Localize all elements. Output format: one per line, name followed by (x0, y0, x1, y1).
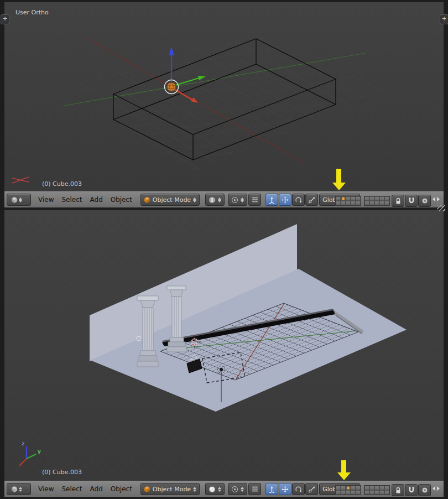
manipulator-translate[interactable] (279, 483, 291, 495)
layer-cell[interactable] (341, 196, 346, 201)
mode-dropdown[interactable]: Object Mode (140, 194, 200, 206)
collapse-menus-icon[interactable] (432, 484, 440, 495)
layer-cell[interactable] (356, 490, 361, 495)
snap-button[interactable] (405, 195, 418, 207)
layer-cell[interactable] (356, 196, 361, 201)
render-opengl-button[interactable] (418, 484, 431, 496)
layer-cell[interactable] (336, 196, 341, 201)
editor-type-button[interactable] (7, 483, 31, 495)
layer-cell[interactable] (384, 196, 389, 201)
expand-region-button[interactable]: + (1, 14, 9, 24)
menu-view[interactable]: View (34, 192, 58, 207)
expand-region-button[interactable]: + (440, 14, 448, 24)
manipulator-toggle[interactable] (265, 483, 278, 495)
chevron-updown-icon (193, 487, 196, 492)
axis-gizmo (19, 446, 36, 466)
layer-buttons[interactable] (335, 485, 390, 495)
layer-cell[interactable] (346, 196, 351, 201)
layer-cell[interactable] (364, 196, 369, 201)
layer-cell[interactable] (364, 486, 369, 490)
pivot-dropdown[interactable] (228, 483, 247, 495)
render-opengl-button[interactable] (418, 195, 431, 207)
shading-dropdown[interactable] (205, 483, 225, 495)
render-camera-icon (421, 486, 429, 494)
layer-cell[interactable] (346, 486, 351, 490)
layer-cell[interactable] (369, 486, 374, 490)
chevron-updown-icon (241, 197, 244, 202)
collapse-menus-icon[interactable] (432, 195, 440, 205)
layer-cell[interactable] (374, 490, 379, 495)
manipulator-rotate[interactable] (292, 483, 305, 495)
menu-add[interactable]: Add (86, 192, 107, 207)
viewport-3d-top[interactable]: User Ortho (0) Cube.003 (4, 2, 444, 191)
layer-cell[interactable] (336, 201, 341, 205)
editor-type-button[interactable] (7, 194, 31, 206)
manipulate-centers-toggle[interactable] (248, 194, 261, 206)
layer-cell[interactable] (351, 490, 356, 495)
menu-object[interactable]: Object (107, 192, 136, 207)
layer-cell[interactable] (356, 486, 361, 490)
layer-cell[interactable] (379, 490, 384, 495)
chevron-updown-icon (193, 197, 196, 202)
editor-3dview-icon (10, 485, 18, 493)
render-camera-icon (421, 197, 429, 205)
layer-cell[interactable] (336, 486, 341, 490)
manipulator-scale[interactable] (305, 483, 318, 495)
menu-select[interactable]: Select (58, 481, 86, 497)
layer-cell[interactable] (379, 196, 384, 201)
manipulator-toggle[interactable] (265, 194, 278, 206)
layer-cell[interactable] (356, 201, 361, 205)
snap-button[interactable] (405, 484, 418, 496)
manipulate-centers-toggle[interactable] (248, 483, 261, 495)
viewport-3d-bottom[interactable]: z y (0) Cube.003 (4, 210, 444, 481)
layer-cell[interactable] (341, 490, 346, 495)
layer-cell[interactable] (384, 486, 389, 490)
axis-z-label: z (22, 441, 24, 446)
manipulator-translate[interactable] (279, 194, 291, 206)
chevron-updown-icon (19, 197, 22, 202)
menu-add[interactable]: Add (86, 481, 107, 497)
layer-cell[interactable] (346, 201, 351, 205)
magnet-icon (408, 486, 415, 494)
layer-cell[interactable] (374, 196, 379, 201)
layer-cell[interactable] (336, 490, 341, 495)
lock-button[interactable] (392, 195, 404, 207)
layer-cell[interactable] (341, 486, 346, 490)
scene-top (4, 2, 444, 191)
manipulator-rotate[interactable] (292, 194, 305, 206)
shading-sphere-icon (209, 486, 216, 493)
layer-cell[interactable] (369, 490, 374, 495)
layer-cell[interactable] (379, 486, 384, 490)
menu-select[interactable]: Select (58, 192, 86, 207)
layer-cell[interactable] (369, 196, 374, 201)
layer-cell[interactable] (374, 486, 379, 490)
rotate-icon (295, 486, 302, 493)
lock-icon (394, 197, 402, 205)
layer-cell[interactable] (374, 201, 379, 205)
menu-object[interactable]: Object (107, 481, 136, 497)
object-info-label: (0) Cube.003 (42, 469, 82, 476)
layer-cell[interactable] (346, 490, 351, 495)
layer-cell[interactable] (384, 201, 389, 205)
layer-cell[interactable] (351, 196, 356, 201)
layer-cell[interactable] (351, 201, 356, 205)
layer-buttons[interactable] (335, 196, 390, 206)
mode-dropdown[interactable]: Object Mode (140, 483, 200, 495)
scale-icon (308, 196, 315, 204)
layer-cell[interactable] (369, 201, 374, 205)
layer-cell[interactable] (364, 201, 369, 205)
shading-dropdown[interactable] (205, 194, 225, 206)
layer-cell[interactable] (384, 490, 389, 495)
layer-cell[interactable] (379, 201, 384, 205)
layer-cell[interactable] (341, 201, 346, 205)
menu-view[interactable]: View (34, 481, 58, 497)
magnet-icon (408, 197, 415, 205)
lock-button[interactable] (392, 484, 404, 496)
chevron-updown-icon (241, 487, 244, 492)
pivot-dropdown[interactable] (228, 194, 247, 206)
layer-cell[interactable] (364, 490, 369, 495)
layer-cell[interactable] (351, 486, 356, 490)
manipulator-scale[interactable] (305, 194, 318, 206)
shading-globe-icon (209, 196, 216, 204)
area-resize-grip[interactable] (437, 205, 445, 211)
